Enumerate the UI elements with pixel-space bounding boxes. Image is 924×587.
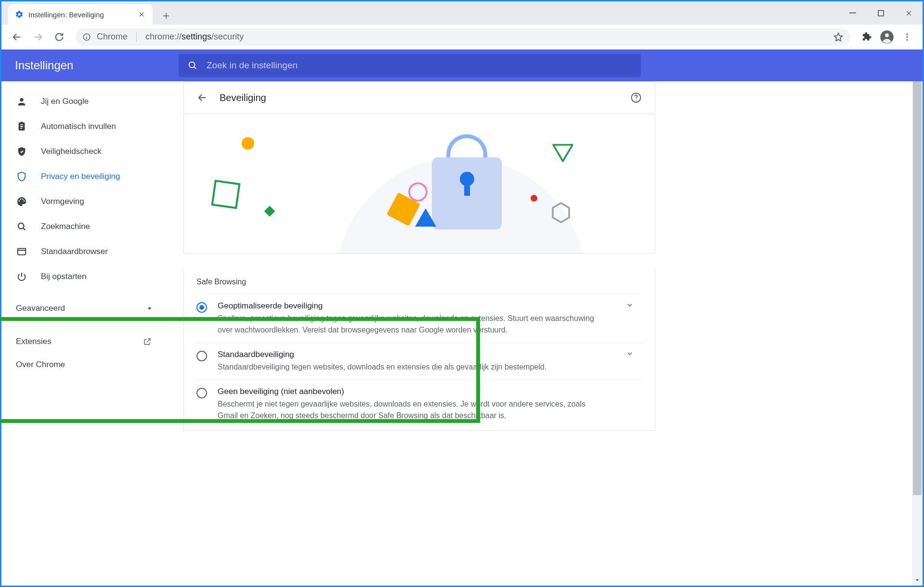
site-info-icon[interactable] xyxy=(82,33,91,41)
sidebar-item-label: Privacy en beveiliging xyxy=(41,172,120,181)
chrome-menu-icon[interactable] xyxy=(898,27,917,47)
expand-button[interactable] xyxy=(617,350,642,357)
browser-window: Instellingen: Beveiliging Chrome chrome:… xyxy=(0,0,924,587)
expand-button[interactable] xyxy=(617,301,642,309)
sidebar-about-chrome[interactable]: Over Chrome xyxy=(1,353,169,376)
svg-point-4 xyxy=(885,33,889,37)
sidebar-item-safety-check[interactable]: Veiligheidscheck xyxy=(1,139,169,164)
bookmark-star-icon[interactable] xyxy=(833,32,844,42)
nav-forward-button[interactable] xyxy=(28,27,48,47)
option-enhanced-protection[interactable]: Geoptimaliseerde beveiliging Snellere, p… xyxy=(196,294,642,343)
sidebar-item-label: Jij en Google xyxy=(41,97,89,106)
power-icon xyxy=(16,271,27,282)
sidebar-item-label: Bij opstarten xyxy=(41,272,87,281)
settings-body: Jij en Google Automatisch invullen Veili… xyxy=(1,81,923,586)
radio-button[interactable] xyxy=(196,388,207,398)
window-maximize-button[interactable] xyxy=(867,1,895,25)
section-title: Safe Browsing xyxy=(196,278,642,286)
window-minimize-button[interactable] xyxy=(839,1,867,25)
sidebar-advanced-toggle[interactable]: Geavanceerd xyxy=(1,296,169,321)
omnibox-chip: Chrome xyxy=(97,32,128,42)
svg-rect-1 xyxy=(878,10,883,15)
radio-button[interactable] xyxy=(196,302,207,313)
settings-panel: Beveiliging xyxy=(183,81,655,586)
chevron-down-icon xyxy=(146,306,153,312)
omnibox-separator xyxy=(136,32,137,42)
triangle-outline-icon xyxy=(551,142,574,163)
new-tab-button[interactable] xyxy=(157,7,175,25)
option-description: Standaardbeveiliging tegen websites, dow… xyxy=(218,361,607,373)
settings-search-placeholder: Zoek in de instellingen xyxy=(207,60,298,71)
toolbar: Chrome chrome://settings/security xyxy=(1,25,923,50)
nav-reload-button[interactable] xyxy=(50,27,69,47)
extensions-icon[interactable] xyxy=(857,27,876,47)
omnibox[interactable]: Chrome chrome://settings/security xyxy=(76,28,850,46)
shield-icon xyxy=(16,171,27,182)
close-tab-icon[interactable] xyxy=(137,10,146,19)
sidebar-extensions-link[interactable]: Extensies xyxy=(1,330,169,353)
svg-point-8 xyxy=(189,62,195,68)
sidebar-item-you-and-google[interactable]: Jij en Google xyxy=(1,89,169,114)
svg-point-10 xyxy=(18,223,24,229)
external-link-icon xyxy=(143,337,152,346)
nav-back-button[interactable] xyxy=(7,27,26,47)
svg-point-5 xyxy=(906,33,908,35)
profile-avatar-icon[interactable] xyxy=(877,27,897,47)
window-controls xyxy=(839,1,923,25)
sidebar-item-label: Automatisch invullen xyxy=(41,122,116,131)
sidebar-item-label: Zoekmachine xyxy=(41,222,90,231)
browser-tab[interactable]: Instellingen: Beveiliging xyxy=(8,4,153,25)
page-header-card: Beveiliging xyxy=(183,81,655,114)
option-title: Standaardbeveiliging xyxy=(218,350,607,359)
option-title: Geen beveiliging (niet aanbevolen) xyxy=(218,387,607,396)
settings-search-input[interactable]: Zoek in de instellingen xyxy=(179,54,641,77)
radio-button[interactable] xyxy=(196,351,207,361)
scrollbar-track[interactable] xyxy=(912,81,923,586)
page-back-button[interactable] xyxy=(196,92,208,103)
search-icon xyxy=(16,221,27,232)
option-description: Beschermt je niet tegen gevaarlijke webs… xyxy=(218,398,607,421)
sidebar-item-label: Standaardbrowser xyxy=(41,247,108,256)
help-icon[interactable] xyxy=(630,91,642,104)
person-icon xyxy=(16,96,27,107)
scrollbar-thumb[interactable] xyxy=(913,81,922,495)
sidebar-item-appearance[interactable]: Vormgeving xyxy=(1,189,169,214)
sidebar-item-autofill[interactable]: Automatisch invullen xyxy=(1,114,169,139)
sidebar-item-label: Vormgeving xyxy=(41,197,84,206)
safe-browsing-section: Safe Browsing Geoptimaliseerde beveiligi… xyxy=(183,268,655,431)
sidebar-item-search-engine[interactable]: Zoekmachine xyxy=(1,214,169,239)
sidebar-item-on-startup[interactable]: Bij opstarten xyxy=(1,264,169,289)
option-no-protection[interactable]: Geen beveiliging (niet aanbevolen) Besch… xyxy=(196,380,642,428)
scroll-down-icon[interactable] xyxy=(912,575,923,586)
option-description: Snellere, proactieve beveiliging tegen g… xyxy=(218,313,607,336)
gear-icon xyxy=(15,10,24,19)
svg-point-7 xyxy=(906,39,908,40)
sidebar-item-label: Veiligheidscheck xyxy=(41,147,102,156)
svg-rect-0 xyxy=(849,13,856,13)
page-title: Beveiliging xyxy=(220,92,618,103)
window-close-button[interactable] xyxy=(895,1,923,25)
settings-sidebar: Jij en Google Automatisch invullen Veili… xyxy=(1,81,169,586)
settings-main: Beveiliging xyxy=(169,81,923,586)
sidebar-item-default-browser[interactable]: Standaardbrowser xyxy=(1,239,169,264)
omnibox-url: chrome://settings/security xyxy=(145,32,244,42)
svg-point-13 xyxy=(636,100,637,101)
option-standard-protection[interactable]: Standaardbeveiliging Standaardbeveiligin… xyxy=(196,343,642,380)
hexagon-outline-icon xyxy=(550,202,572,224)
shield-check-icon xyxy=(16,146,27,157)
option-title: Geoptimaliseerde beveiliging xyxy=(218,301,607,311)
palette-icon xyxy=(16,196,27,207)
browser-window-icon xyxy=(16,246,27,257)
svg-point-9 xyxy=(20,98,23,102)
sidebar-item-privacy-security[interactable]: Privacy en beveiliging xyxy=(1,164,169,189)
clipboard-icon xyxy=(16,121,27,132)
svg-rect-11 xyxy=(18,249,26,255)
settings-title: Instellingen xyxy=(15,59,179,72)
tab-title: Instellingen: Beveiliging xyxy=(28,11,132,19)
titlebar: Instellingen: Beveiliging xyxy=(1,1,923,25)
svg-point-6 xyxy=(906,36,908,38)
hero-illustration xyxy=(183,114,655,254)
settings-header: Instellingen Zoek in de instellingen xyxy=(1,50,923,81)
